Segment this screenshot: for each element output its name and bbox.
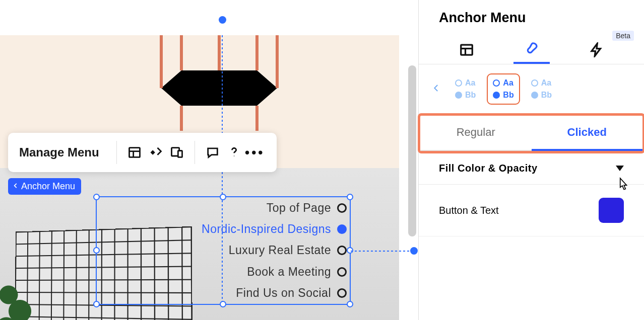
beta-badge: Beta: [612, 31, 634, 41]
svg-rect-12: [178, 151, 182, 157]
tab-design[interactable]: [513, 36, 550, 64]
anchor-dot-icon: [337, 288, 347, 298]
tab-interactions[interactable]: [578, 36, 615, 64]
accordion-fill-opacity[interactable]: Fill Color & Opacity: [419, 152, 644, 185]
tab-layout[interactable]: [448, 36, 485, 64]
manage-menu-button[interactable]: Manage Menu: [19, 145, 99, 159]
comment-icon[interactable]: [202, 142, 223, 163]
layout-icon[interactable]: [124, 142, 145, 163]
svg-marker-0: [161, 70, 277, 106]
state-tab-clicked[interactable]: Clicked: [532, 116, 643, 151]
presets-back-button[interactable]: [429, 78, 444, 100]
toolbar-separator: [195, 141, 195, 164]
selection-breadcrumb[interactable]: Anchor Menu: [8, 178, 81, 195]
state-tabs: Regular Clicked: [420, 116, 642, 151]
anchor-dot-icon: [337, 224, 347, 234]
color-row-button-text: Button & Text: [419, 185, 644, 236]
state-tabs-highlight: Regular Clicked: [418, 113, 644, 153]
selection-breadcrumb-label: Anchor Menu: [21, 181, 75, 192]
guide-handle-top[interactable]: [219, 16, 226, 24]
anchor-dot-icon: [337, 267, 347, 277]
state-tab-regular[interactable]: Regular: [420, 116, 532, 151]
editor-canvas: Manage Menu ••• Anchor Menu: [0, 0, 418, 320]
svg-point-13: [234, 155, 234, 156]
accordion-label: Fill Color & Opacity: [439, 163, 538, 174]
panel-tab-bar: Beta: [419, 33, 644, 64]
help-icon[interactable]: [223, 142, 244, 163]
preset-option[interactable]: x x: [563, 83, 575, 96]
alignment-guide-horizontal: [351, 251, 414, 252]
canvas-scrollbar[interactable]: [408, 65, 416, 236]
plant-graphic: [0, 282, 40, 320]
anchor-menu-preview: Top of Page Nordic-Inspired Designs Luxu…: [97, 197, 350, 304]
selection-bounding-box[interactable]: Top of Page Nordic-Inspired Designs Luxu…: [96, 196, 351, 305]
preset-option[interactable]: Aa Bb: [449, 73, 482, 105]
toolbar-separator: [116, 141, 117, 164]
chevron-down-icon: [616, 166, 624, 171]
preset-option[interactable]: Aa Bb: [525, 73, 558, 105]
anchor-menu-item[interactable]: Find Us on Social: [97, 286, 347, 300]
preset-option[interactable]: Aa Bb: [487, 73, 520, 105]
svg-rect-8: [129, 148, 140, 157]
guide-handle-right[interactable]: [410, 247, 418, 255]
element-toolbar: Manage Menu •••: [8, 133, 277, 172]
color-label: Button & Text: [439, 205, 499, 216]
responsive-icon[interactable]: [166, 142, 187, 163]
anchor-dot-icon: [337, 203, 347, 213]
anchor-dot-icon: [337, 246, 347, 255]
panel-title: Anchor Menu: [419, 0, 644, 33]
anchor-menu-item[interactable]: Book a Meeting: [97, 265, 347, 279]
properties-panel: Anchor Menu Beta Aa Bb Aa Bb Aa Bb x: [418, 0, 644, 320]
chevron-left-icon: [12, 181, 19, 192]
anchor-menu-item[interactable]: Luxury Real Estate: [97, 244, 347, 257]
style-presets-row: Aa Bb Aa Bb Aa Bb x x: [419, 64, 644, 114]
animation-icon[interactable]: [145, 142, 166, 163]
color-swatch[interactable]: [599, 198, 624, 223]
svg-rect-14: [461, 45, 472, 55]
anchor-menu-item[interactable]: Nordic-Inspired Designs: [97, 222, 347, 236]
anchor-menu-item[interactable]: Top of Page: [97, 201, 347, 215]
more-icon[interactable]: •••: [244, 142, 266, 163]
